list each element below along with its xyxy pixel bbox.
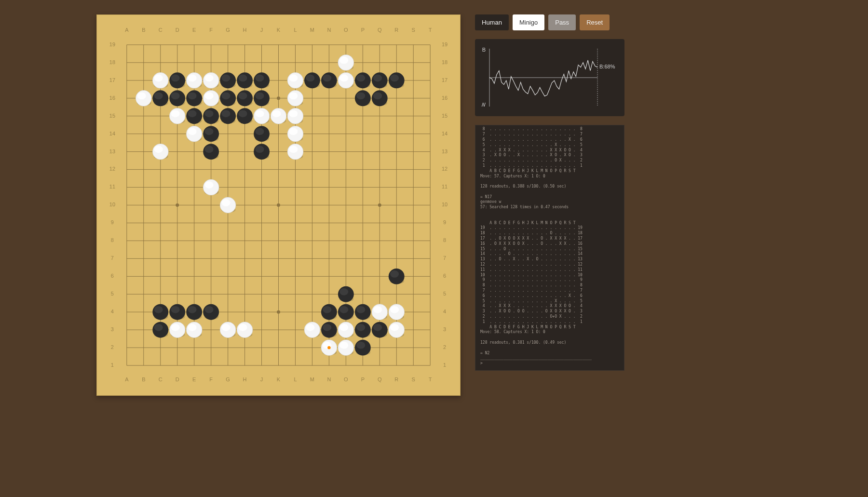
row-label: 16 xyxy=(442,95,448,101)
svg-point-115 xyxy=(289,110,298,117)
svg-point-130 xyxy=(205,181,214,188)
pass-button[interactable]: Pass xyxy=(548,14,576,30)
col-label: S xyxy=(412,376,415,382)
col-label: Q xyxy=(378,376,382,382)
svg-point-91 xyxy=(289,74,298,81)
svg-point-43 xyxy=(205,128,214,135)
log-text: 1 . . . . . . . . . . . . . . . . . . . … xyxy=(480,125,592,365)
row-label: 15 xyxy=(109,113,115,119)
col-label: C xyxy=(159,27,163,33)
svg-point-103 xyxy=(289,92,298,99)
row-label: 5 xyxy=(443,291,446,296)
reset-button[interactable]: Reset xyxy=(580,14,610,30)
row-label: 7 xyxy=(111,255,114,261)
svg-point-79 xyxy=(339,57,348,64)
col-label: H xyxy=(243,27,247,33)
svg-point-71 xyxy=(323,324,331,331)
row-label: 2 xyxy=(111,344,114,350)
star-point xyxy=(277,310,280,314)
minigo-button[interactable]: Minigo xyxy=(513,14,544,30)
svg-point-124 xyxy=(154,146,163,153)
row-label: 15 xyxy=(442,113,448,119)
svg-point-21 xyxy=(171,92,180,99)
col-label: G xyxy=(226,27,230,33)
col-label: T xyxy=(429,27,432,33)
row-label: 19 xyxy=(442,41,448,47)
go-board[interactable]: AABBCCDDEEFFGGHHJJKKLLMMNNOOPPQQRRSSTT19… xyxy=(96,14,461,396)
svg-point-45 xyxy=(255,128,264,135)
svg-point-31 xyxy=(356,92,365,99)
row-label: 8 xyxy=(443,237,446,243)
svg-point-55 xyxy=(154,306,163,313)
svg-point-29 xyxy=(255,92,264,99)
col-label: S xyxy=(412,27,415,33)
svg-point-82 xyxy=(154,74,163,81)
col-label: F xyxy=(209,376,213,382)
col-label: E xyxy=(192,376,196,382)
row-label: 4 xyxy=(111,309,114,314)
human-button[interactable]: Human xyxy=(475,14,509,30)
svg-point-57 xyxy=(171,306,180,313)
col-label: A xyxy=(125,27,129,33)
row-label: 16 xyxy=(109,95,115,101)
star-point xyxy=(176,203,179,207)
svg-point-51 xyxy=(390,270,399,278)
row-label: 17 xyxy=(442,77,448,83)
svg-point-136 xyxy=(373,306,382,313)
row-label: 1 xyxy=(443,362,446,368)
svg-point-9 xyxy=(306,74,314,81)
col-label: L xyxy=(294,376,297,382)
svg-point-5 xyxy=(238,74,247,81)
row-label: 17 xyxy=(109,77,115,83)
svg-point-121 xyxy=(289,128,298,135)
row-label: 13 xyxy=(442,148,448,154)
svg-point-148 xyxy=(221,324,230,331)
svg-point-35 xyxy=(188,110,197,117)
svg-point-13 xyxy=(356,74,365,81)
row-label: 1 xyxy=(111,362,114,368)
svg-point-88 xyxy=(205,74,214,81)
winrate-chart: BWB:68% xyxy=(475,39,624,116)
svg-point-61 xyxy=(205,306,214,313)
col-label: B xyxy=(142,376,145,382)
col-label: L xyxy=(294,27,297,33)
row-label: 12 xyxy=(442,166,448,172)
row-label: 19 xyxy=(109,41,115,47)
col-label: Q xyxy=(378,27,382,33)
svg-point-67 xyxy=(356,306,365,313)
svg-point-166 xyxy=(339,342,348,349)
col-label: B xyxy=(142,27,145,33)
row-label: 6 xyxy=(443,273,446,279)
svg-point-17 xyxy=(390,74,399,81)
svg-point-27 xyxy=(238,92,247,99)
button-row: Human Minigo Pass Reset xyxy=(475,14,624,30)
svg-point-151 xyxy=(238,324,247,331)
row-label: 18 xyxy=(442,59,448,65)
col-label: K xyxy=(277,27,281,33)
svg-point-65 xyxy=(339,306,348,313)
svg-point-63 xyxy=(323,306,331,313)
row-label: 2 xyxy=(443,344,446,350)
last-move-marker xyxy=(327,346,330,349)
svg-point-75 xyxy=(373,324,382,331)
svg-point-145 xyxy=(188,324,197,331)
row-label: 14 xyxy=(442,131,448,136)
winrate-line xyxy=(489,60,597,96)
svg-point-77 xyxy=(356,342,365,349)
col-label: N xyxy=(327,376,331,382)
row-label: 11 xyxy=(442,184,448,189)
svg-point-47 xyxy=(205,146,214,153)
row-label: 10 xyxy=(109,201,115,207)
row-label: 6 xyxy=(111,273,114,279)
svg-point-37 xyxy=(205,110,214,117)
col-label: K xyxy=(277,376,281,382)
svg-point-94 xyxy=(339,74,348,81)
engine-log[interactable]: 1 . . . . . . . . . . . . . . . . . . . … xyxy=(475,125,624,371)
winrate-label-b: B xyxy=(482,47,486,53)
col-label: A xyxy=(125,376,129,382)
row-label: 9 xyxy=(111,219,114,225)
col-label: O xyxy=(344,376,348,382)
row-label: 3 xyxy=(443,326,446,332)
col-label: F xyxy=(209,27,213,33)
row-label: 3 xyxy=(111,326,114,332)
